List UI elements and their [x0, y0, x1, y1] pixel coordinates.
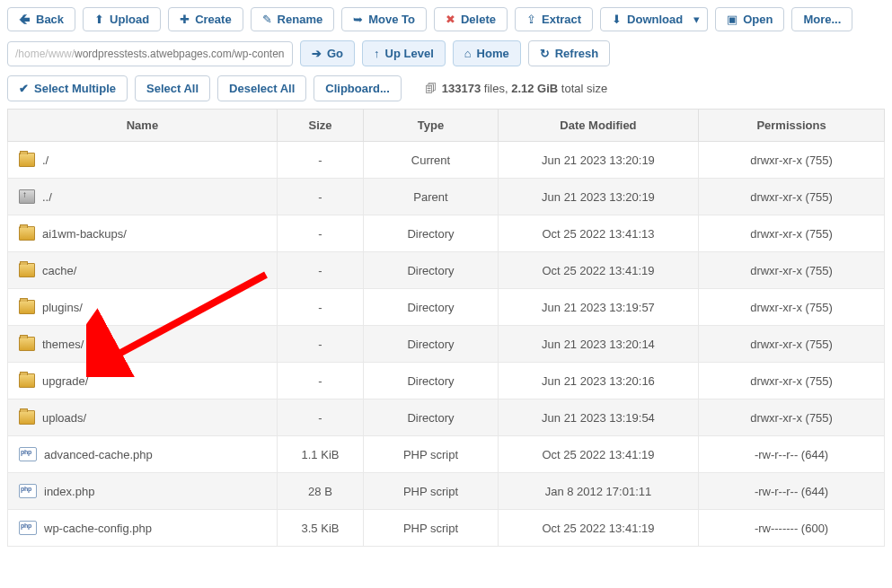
more-button[interactable]: More... — [791, 7, 852, 31]
table-row[interactable]: uploads/-DirectoryJun 21 2023 13:19:54dr… — [8, 399, 885, 436]
clipboard-button[interactable]: Clipboard... — [314, 75, 402, 101]
home-icon: ⌂ — [464, 47, 472, 60]
cell-permissions: drwxr-xr-x (755) — [699, 252, 885, 289]
cell-date: Oct 25 2022 13:41:19 — [498, 510, 698, 547]
cell-size: - — [277, 215, 363, 252]
header-size[interactable]: Size — [277, 110, 363, 142]
upload-button[interactable]: ⬆Upload — [83, 7, 161, 31]
cell-type: Current — [364, 142, 499, 179]
cell-permissions: -rw-r--r-- (644) — [699, 436, 885, 473]
arrow-right-icon: ➔ — [312, 47, 322, 60]
cell-type: Directory — [364, 252, 499, 289]
cell-permissions: drwxr-xr-x (755) — [699, 326, 885, 363]
table-row[interactable]: ai1wm-backups/-DirectoryOct 25 2022 13:4… — [8, 215, 885, 252]
deselect-all-label: Deselect All — [229, 82, 295, 95]
clipboard-label: Clipboard... — [325, 82, 390, 95]
extract-label: Extract — [542, 13, 581, 25]
cell-name[interactable]: ai1wm-backups/ — [8, 215, 278, 252]
refresh-button[interactable]: ↻Refresh — [528, 40, 610, 66]
folder-icon — [19, 263, 35, 277]
cell-name[interactable]: wp-cache-config.php — [8, 510, 278, 547]
download-dropdown-button[interactable]: ▾ — [686, 7, 708, 31]
select-multiple-button[interactable]: ✔Select Multiple — [7, 75, 128, 101]
table-row[interactable]: index.php28 BPHP scriptJan 8 2012 17:01:… — [8, 473, 885, 510]
cell-permissions: -rw-r--r-- (644) — [699, 473, 885, 510]
cell-date: Jan 8 2012 17:01:11 — [498, 473, 698, 510]
select-all-label: Select All — [146, 82, 199, 95]
total-size: 2.12 GiB — [511, 82, 558, 95]
cell-permissions: drwxr-xr-x (755) — [699, 399, 885, 436]
cell-date: Jun 21 2023 13:20:16 — [498, 363, 698, 399]
table-row[interactable]: wp-cache-config.php3.5 KiBPHP scriptOct … — [8, 510, 885, 547]
uplevel-button[interactable]: ↑Up Level — [362, 40, 446, 66]
caret-down-icon: ▾ — [693, 13, 700, 25]
cell-type: Directory — [364, 289, 499, 326]
home-button[interactable]: ⌂Home — [453, 40, 521, 66]
header-type[interactable]: Type — [364, 110, 499, 142]
table-row[interactable]: ../-ParentJun 21 2023 13:20:19drwxr-xr-x… — [8, 179, 885, 215]
cell-name[interactable]: advanced-cache.php — [8, 436, 278, 473]
select-multiple-label: Select Multiple — [34, 82, 116, 95]
rename-label: Rename — [278, 13, 323, 25]
cell-date: Jun 21 2023 13:20:19 — [498, 142, 698, 179]
file-name: ./ — [42, 154, 49, 167]
cell-permissions: drwxr-xr-x (755) — [699, 215, 885, 252]
header-permissions[interactable]: Permissions — [699, 110, 885, 142]
pencil-icon: ✎ — [262, 13, 272, 25]
cell-type: Directory — [364, 363, 499, 399]
file-name: ai1wm-backups/ — [42, 227, 127, 241]
cell-size: - — [277, 326, 363, 363]
annotation-arrow — [86, 269, 275, 377]
extract-icon: ⇪ — [526, 13, 536, 25]
stack-icon: 🗐 — [425, 82, 437, 95]
cell-type: PHP script — [364, 473, 499, 510]
check-icon: ✔ — [19, 82, 29, 95]
header-name[interactable]: Name — [8, 110, 278, 142]
upload-label: Upload — [110, 13, 149, 25]
cell-type: Parent — [364, 179, 499, 215]
select-all-button[interactable]: Select All — [135, 75, 210, 101]
create-button[interactable]: ✚Create — [168, 7, 243, 31]
file-name: plugins/ — [42, 301, 83, 314]
plus-icon: ✚ — [180, 13, 190, 25]
cell-type: Directory — [364, 399, 499, 436]
arrow-up-icon: ↑ — [374, 47, 380, 60]
path-input[interactable]: /home/www/wordpresstests.atwebpages.com/… — [7, 41, 293, 66]
file-name: upgrade/ — [42, 374, 88, 388]
cell-permissions: drwxr-xr-x (755) — [699, 179, 885, 215]
path-prefix: /home/www/ — [15, 48, 75, 60]
cell-size: - — [277, 289, 363, 326]
back-label: Back — [36, 13, 64, 25]
cell-name[interactable]: ./ — [8, 142, 278, 179]
table-row[interactable]: advanced-cache.php1.1 KiBPHP scriptOct 2… — [8, 436, 885, 473]
move-button[interactable]: ➥Move To — [341, 7, 427, 31]
cell-size: 3.5 KiB — [277, 510, 363, 547]
file-name: ../ — [42, 190, 52, 204]
cell-name[interactable]: index.php — [8, 473, 278, 510]
folder-icon — [19, 300, 35, 314]
go-button[interactable]: ➔Go — [300, 40, 355, 66]
open-icon: ▣ — [727, 13, 737, 25]
cell-date: Oct 25 2022 13:41:19 — [498, 436, 698, 473]
open-button[interactable]: ▣Open — [715, 7, 784, 31]
arrow-left-icon: 🡸 — [19, 13, 31, 25]
deselect-all-button[interactable]: Deselect All — [217, 75, 306, 101]
uplevel-label: Up Level — [385, 47, 434, 60]
table-row[interactable]: ./-CurrentJun 21 2023 13:20:19drwxr-xr-x… — [8, 142, 885, 179]
download-icon: ⬇ — [612, 13, 622, 25]
cell-name[interactable]: uploads/ — [8, 399, 278, 436]
cell-permissions: -rw------- (600) — [699, 510, 885, 547]
header-date[interactable]: Date Modified — [498, 110, 698, 142]
folder-icon — [19, 153, 35, 167]
cell-size: 28 B — [277, 473, 363, 510]
go-label: Go — [327, 47, 343, 60]
php-file-icon — [19, 447, 37, 461]
cell-size: - — [277, 252, 363, 289]
rename-button[interactable]: ✎Rename — [251, 7, 335, 31]
extract-button[interactable]: ⇪Extract — [515, 7, 593, 31]
download-button[interactable]: ⬇Download — [600, 7, 694, 31]
cell-name[interactable]: ../ — [8, 179, 278, 215]
path-toolbar: /home/www/wordpresstests.atwebpages.com/… — [7, 40, 885, 66]
delete-button[interactable]: ✖Delete — [434, 7, 508, 31]
back-button[interactable]: 🡸Back — [7, 7, 75, 31]
